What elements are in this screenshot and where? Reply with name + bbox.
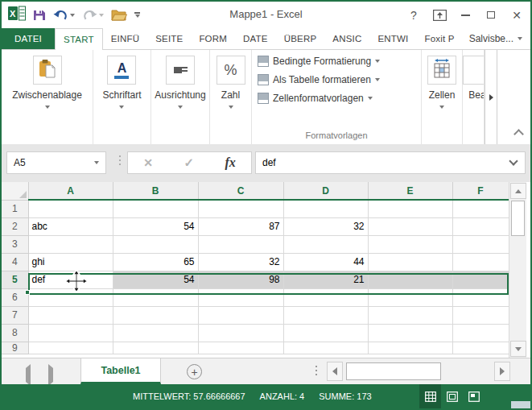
window-resize-grip[interactable] bbox=[511, 401, 530, 410]
maximize-button[interactable] bbox=[480, 6, 501, 25]
scroll-left-button[interactable] bbox=[327, 362, 343, 381]
horizontal-scrollbar[interactable] bbox=[327, 362, 510, 381]
cell-E7[interactable] bbox=[368, 306, 452, 324]
cell-C8[interactable] bbox=[198, 324, 283, 342]
formula-input[interactable]: def bbox=[255, 151, 526, 174]
zwischenablage-button[interactable]: Zwischenablage bbox=[12, 56, 82, 109]
cell-B8[interactable] bbox=[113, 324, 198, 342]
cell-F3[interactable] bbox=[452, 235, 509, 253]
name-box-caret[interactable] bbox=[94, 161, 99, 164]
row-header-9[interactable]: 9 bbox=[2, 342, 28, 354]
scroll-down-button[interactable] bbox=[510, 341, 526, 357]
cell-B5[interactable]: 54 bbox=[113, 271, 198, 288]
cell-D8[interactable] bbox=[283, 324, 368, 342]
cell-A2[interactable]: abc bbox=[28, 217, 113, 235]
row-header-3[interactable]: 3 bbox=[2, 235, 28, 253]
tab-foxit[interactable]: Foxit P bbox=[417, 28, 463, 49]
cell-B1[interactable] bbox=[113, 200, 198, 217]
cell-A8[interactable] bbox=[28, 324, 113, 342]
minimize-button[interactable] bbox=[455, 6, 476, 25]
cell-D3[interactable] bbox=[283, 235, 368, 253]
cancel-icon[interactable]: ✕ bbox=[143, 156, 153, 169]
row-header-7[interactable]: 7 bbox=[2, 306, 28, 324]
page-break-preview-button[interactable] bbox=[463, 384, 485, 408]
user-account-menu[interactable]: Salvisbe... bbox=[469, 28, 530, 49]
cell-D5[interactable]: 21 bbox=[283, 271, 368, 288]
horizontal-scrollbar-thumb[interactable] bbox=[346, 362, 441, 380]
cell-D1[interactable] bbox=[283, 200, 368, 217]
select-all-corner[interactable] bbox=[2, 182, 28, 200]
tab-formeln[interactable]: FORM bbox=[191, 28, 235, 49]
zellenformatvorlagen-button[interactable]: Zellenformatvorlagen bbox=[258, 90, 421, 106]
cell-E3[interactable] bbox=[368, 235, 452, 253]
cell-C7[interactable] bbox=[198, 306, 283, 324]
normal-view-button[interactable] bbox=[419, 384, 441, 408]
col-header-C[interactable]: C bbox=[198, 182, 283, 200]
add-sheet-button[interactable]: + bbox=[187, 364, 202, 379]
vertical-scrollbar[interactable] bbox=[509, 182, 526, 358]
cell-A4[interactable]: ghi bbox=[28, 253, 113, 271]
cell-D4[interactable]: 44 bbox=[283, 253, 368, 271]
cell-C9[interactable] bbox=[198, 342, 283, 354]
cell-F2[interactable] bbox=[452, 217, 509, 235]
cell-E4[interactable] bbox=[368, 253, 452, 271]
row-header-4[interactable]: 4 bbox=[2, 253, 28, 271]
sheet-tab-tabelle1[interactable]: Tabelle1 bbox=[80, 358, 161, 384]
row-header-8[interactable]: 8 bbox=[2, 324, 28, 342]
tab-ansicht[interactable]: ANSIC bbox=[324, 28, 369, 49]
tab-seitenlayout[interactable]: SEITE bbox=[147, 28, 191, 49]
cell-E6[interactable] bbox=[368, 288, 452, 306]
cell-E5[interactable] bbox=[368, 271, 452, 288]
cell-C5[interactable]: 98 bbox=[198, 271, 283, 288]
tab-bar-splitter[interactable] bbox=[315, 366, 317, 375]
col-header-F[interactable]: F bbox=[452, 182, 509, 200]
cell-F8[interactable] bbox=[452, 324, 509, 342]
cell-F6[interactable] bbox=[452, 288, 509, 306]
tab-datei[interactable]: DATEI bbox=[2, 28, 55, 49]
schriftart-button[interactable]: A Schriftart bbox=[102, 56, 141, 109]
cell-B3[interactable] bbox=[113, 235, 198, 253]
scroll-up-button[interactable] bbox=[510, 183, 526, 199]
col-header-D[interactable]: D bbox=[283, 182, 368, 200]
insert-function-icon[interactable]: fx bbox=[225, 155, 235, 170]
formula-bar-splitter[interactable] bbox=[119, 155, 121, 165]
cell-D7[interactable] bbox=[283, 306, 368, 324]
cell-C2[interactable]: 87 bbox=[198, 217, 283, 235]
ausrichtung-button[interactable]: Ausrichtung bbox=[155, 56, 205, 109]
cell-F5[interactable] bbox=[452, 271, 509, 288]
fill-handle[interactable] bbox=[25, 290, 30, 295]
ribbon-scroll-right-button[interactable] bbox=[485, 50, 497, 144]
cell-C4[interactable]: 32 bbox=[198, 253, 283, 271]
page-layout-view-button[interactable] bbox=[441, 384, 463, 408]
tab-start[interactable]: START bbox=[55, 28, 103, 50]
enter-icon[interactable]: ✓ bbox=[184, 155, 194, 170]
cell-E9[interactable] bbox=[368, 342, 452, 354]
ribbon-display-options-button[interactable] bbox=[429, 6, 450, 25]
tab-ueberpruefen[interactable]: ÜBERP bbox=[276, 28, 325, 49]
previous-sheet-button[interactable] bbox=[26, 368, 31, 383]
tab-daten[interactable]: DATE bbox=[235, 28, 276, 49]
cell-E1[interactable] bbox=[368, 200, 452, 217]
cell-B9[interactable] bbox=[113, 342, 198, 354]
bedingte-formatierung-button[interactable]: Bedingte Formatierung bbox=[258, 53, 421, 68]
cell-C6[interactable] bbox=[198, 288, 283, 306]
cell-F4[interactable] bbox=[452, 253, 509, 271]
cell-F9[interactable] bbox=[452, 342, 509, 354]
cell-F7[interactable] bbox=[452, 306, 509, 324]
collapse-ribbon-chevron-icon[interactable] bbox=[513, 129, 524, 139]
close-button[interactable]: ✕ bbox=[506, 6, 527, 25]
col-header-B[interactable]: B bbox=[113, 182, 198, 200]
vertical-scrollbar-thumb[interactable] bbox=[511, 201, 525, 236]
cell-B4[interactable]: 65 bbox=[113, 253, 198, 271]
zellen-button[interactable]: Zellen bbox=[427, 56, 456, 109]
cell-B7[interactable] bbox=[113, 306, 198, 324]
cell-D2[interactable]: 32 bbox=[283, 217, 368, 235]
cell-F1[interactable] bbox=[452, 200, 509, 217]
cell-D6[interactable] bbox=[283, 288, 368, 306]
row-header-2[interactable]: 2 bbox=[2, 217, 28, 235]
cell-A1[interactable] bbox=[28, 200, 113, 217]
cell-E2[interactable] bbox=[368, 217, 452, 235]
col-header-E[interactable]: E bbox=[368, 182, 452, 200]
col-header-A[interactable]: A bbox=[28, 182, 113, 200]
bearbeiten-button[interactable]: Bea bbox=[463, 56, 485, 101]
